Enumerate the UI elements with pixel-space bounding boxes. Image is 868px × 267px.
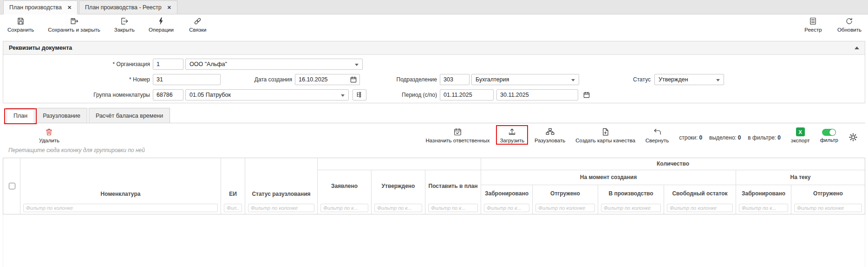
close-icon[interactable]: ✕ [167,5,171,10]
department-select[interactable]: Бухгалтерия [471,74,579,85]
toolbar-left-group: Сохранить Сохранить и закрыть Закрыть Оп… [7,17,208,41]
filter-input-declared[interactable] [320,204,368,212]
filter-input-in-production[interactable] [601,204,661,212]
department-value: Бухгалтерия [476,76,509,83]
upload-icon [508,127,516,136]
organization-code-field[interactable] [153,59,183,70]
save-button[interactable]: Сохранить [7,17,34,33]
filter-input-unit[interactable] [224,204,242,212]
export-button[interactable]: X экспорт [791,127,810,143]
column-header-shipped-creation[interactable]: Отгружено [533,185,598,202]
app-window: План производства ✕ План производства - … [0,0,868,267]
selected-counter: выделено:0 [709,134,741,141]
mdi-tab-production-plan-registry[interactable]: План производства - Реестр ✕ [79,0,177,14]
nomenclature-group-label: Группа номенклатуры [50,89,150,100]
close-button[interactable]: Закрыть [114,17,135,33]
organization-select[interactable]: ООО "Альфа" [185,59,363,70]
registry-button[interactable]: Реестр [803,17,823,33]
column-header-reserved-creation[interactable]: Забронировано [481,185,533,202]
column-header-nomenclature[interactable]: Номенклатура [20,158,221,202]
save-and-close-icon [70,17,78,26]
chevron-down-icon [571,79,575,81]
calendar-icon[interactable] [583,91,590,99]
save-and-close-button[interactable]: Сохранить и закрыть [48,17,100,33]
tab-explosion-label: Разузлование [43,113,80,119]
column-header-unit[interactable]: ЕИ [221,158,245,202]
filter-input-shipped-creation[interactable] [535,204,595,212]
collapse-label: Свернуть [646,138,669,143]
number-field[interactable] [153,74,221,85]
rows-counter: строки:0 [679,134,702,141]
calendar-icon[interactable] [350,76,357,83]
column-header-declared[interactable]: Заявлено [318,170,372,202]
band-header-quantity: Количество [481,158,865,170]
nomenclature-group-code-field[interactable] [153,89,183,100]
column-header-put-in-plan[interactable]: Поставить в план [425,170,481,202]
load-button[interactable]: Загрузить [500,127,524,143]
close-icon[interactable]: ✕ [67,5,72,10]
band-empty-cell [318,158,481,170]
filter-input-free-balance[interactable] [667,204,733,212]
explode-button[interactable]: Разузловать [535,127,565,143]
select-all-checkbox[interactable] [9,183,15,189]
chain-link-icon [193,17,202,26]
delete-button[interactable]: Удалить [39,127,59,143]
column-header-approved[interactable]: Утверждено [372,170,425,202]
group-by-drop-zone[interactable]: Перетащите сюда колонку для группировки … [3,145,865,158]
filter-cell [245,202,318,214]
status-value: Утвержден [659,76,688,83]
filter-label: фильтр [820,137,838,143]
document-form: * Организация ООО "Альфа" * Номер Дата с… [3,55,865,103]
column-header-shipped-current[interactable]: Отгружено [791,185,865,202]
filter-input-reserved-current[interactable] [739,204,788,212]
period-from-field[interactable] [440,89,494,100]
tab-plan[interactable]: План [7,108,34,123]
tab-time-balance[interactable]: Расчёт баланса времени [89,108,170,123]
collapse-panel-icon[interactable] [855,47,859,49]
filter-input-approved[interactable] [374,204,422,212]
assign-responsible-button[interactable]: Назначить ответственных [426,127,490,143]
toggle-on-icon[interactable] [822,129,836,136]
column-header-in-production[interactable]: В производство [598,185,664,202]
registry-label: Реестр [804,27,822,33]
organization-value: ООО "Альфа" [189,61,227,67]
column-header-free-balance[interactable]: Свободный остаток [664,185,736,202]
document-plus-icon [601,127,610,136]
filtered-counter: в фильтре:0 [748,134,780,141]
department-code-field[interactable] [440,74,470,85]
refresh-button[interactable]: Обновить [837,17,861,33]
tab-explosion[interactable]: Разузлование [36,108,87,123]
organization-label: * Организация [59,59,150,70]
collapse-button[interactable]: Свернуть [646,127,669,143]
filter-cell [533,202,598,214]
calendar-check-icon [453,127,462,136]
mdi-tab-production-plan[interactable]: План производства ✕ [3,0,78,14]
column-header-reserved-current[interactable]: Забронировано [736,185,791,202]
department-label: Подразделение [361,74,437,85]
links-button[interactable]: Связки [188,17,208,33]
filter-cell [736,202,791,214]
filter-input-nomenclature[interactable] [23,204,218,212]
grid-toolbar: Удалить Назначить ответственных Загрузит… [3,123,865,145]
creation-date-label: Дата создания [222,74,292,85]
create-quality-cards-button[interactable]: Создать карты качества [575,127,635,143]
settings-button[interactable] [848,133,858,142]
grid-header: Номенклатура ЕИ Статус разузлования Заяв… [3,158,865,214]
operations-button[interactable]: Операции [149,17,174,33]
filter-toggle-button[interactable]: фильтр [820,127,838,143]
lightning-icon [157,17,165,26]
filter-input-explosion-status[interactable] [248,204,314,212]
delete-label: Удалить [39,138,59,143]
status-select[interactable]: Утвержден [654,74,724,85]
period-to-field[interactable] [496,89,578,100]
mdi-tab-label: План производства [9,4,62,11]
column-header-explosion-status[interactable]: Статус разузлования [245,158,318,202]
mdi-tab-label: План производства - Реестр [85,4,162,11]
chevron-down-icon [716,79,720,81]
filter-input-reserved-creation[interactable] [484,204,529,212]
load-label: Загрузить [500,138,524,143]
select-all-cell [3,158,20,214]
nomenclature-group-select[interactable]: 01.05 Патрубок [185,89,349,100]
filter-input-shipped-current[interactable] [794,204,862,212]
filter-input-put-in-plan[interactable] [428,204,478,212]
